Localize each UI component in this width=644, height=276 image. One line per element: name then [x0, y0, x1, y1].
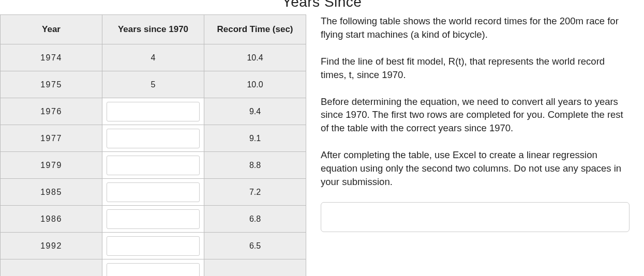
col-header-year: Year [1, 15, 102, 44]
cell-record-time: 10.0 [204, 71, 306, 98]
record-times-table: Year Years since 1970 Record Time (sec) … [0, 14, 306, 276]
table-row: 19779.1 [1, 125, 306, 152]
data-table-wrapper: Year Years since 1970 Record Time (sec) … [0, 14, 306, 276]
instructions-panel: The following table shows the world reco… [321, 14, 644, 236]
years-since-input[interactable] [107, 182, 200, 202]
years-since-input[interactable] [107, 263, 200, 277]
table-row: 19857.2 [1, 179, 306, 206]
cell-years-since-input [102, 206, 204, 233]
cell-years-since-input [102, 179, 204, 206]
page-title-partial: Years Since [0, 0, 644, 10]
cell-year: 1977 [1, 125, 102, 152]
table-row [1, 259, 306, 277]
cell-years-since: 4 [102, 44, 204, 71]
cell-year: 1979 [1, 152, 102, 179]
table-row: 19798.8 [1, 152, 306, 179]
table-row: 1975510.0 [1, 71, 306, 98]
cell-years-since-input [102, 98, 204, 125]
cell-record-time: 6.8 [204, 206, 306, 233]
table-row: 1974410.4 [1, 44, 306, 71]
years-since-input[interactable] [107, 209, 200, 229]
cell-record-time: 9.4 [204, 98, 306, 125]
cell-years-since-input [102, 233, 204, 259]
paragraph-task: Find the line of best fit model, R(t), t… [321, 55, 630, 82]
cell-year [1, 259, 102, 277]
cell-year: 1992 [1, 233, 102, 259]
table-row: 19769.4 [1, 98, 306, 125]
cell-record-time: 9.1 [204, 125, 306, 152]
cell-years-since: 5 [102, 71, 204, 98]
years-since-input[interactable] [107, 129, 200, 148]
cell-years-since-input [102, 125, 204, 152]
paragraph-excel: After completing the table, use Excel to… [321, 148, 630, 189]
cell-record-time: 6.5 [204, 233, 306, 259]
cell-record-time: 8.8 [204, 152, 306, 179]
table-row: 19926.5 [1, 233, 306, 259]
years-since-input[interactable] [107, 102, 200, 121]
years-since-input[interactable] [107, 156, 200, 175]
cell-year: 1986 [1, 206, 102, 233]
cell-record-time: 10.4 [204, 44, 306, 71]
paragraph-convert: Before determining the equation, we need… [321, 95, 630, 135]
table-row: 19866.8 [1, 206, 306, 233]
cell-year: 1985 [1, 179, 102, 206]
cell-record-time: 7.2 [204, 179, 306, 206]
cell-year: 1974 [1, 44, 102, 71]
cell-years-since-input [102, 259, 204, 277]
cell-years-since-input [102, 152, 204, 179]
col-header-record-time: Record Time (sec) [204, 15, 306, 44]
paragraph-intro: The following table shows the world reco… [321, 14, 630, 41]
cell-year: 1975 [1, 71, 102, 98]
col-header-years-since: Years since 1970 [102, 15, 204, 44]
cell-year: 1976 [1, 98, 102, 125]
years-since-input[interactable] [107, 236, 200, 256]
equation-answer-input[interactable] [321, 202, 630, 232]
cell-record-time [204, 259, 306, 277]
